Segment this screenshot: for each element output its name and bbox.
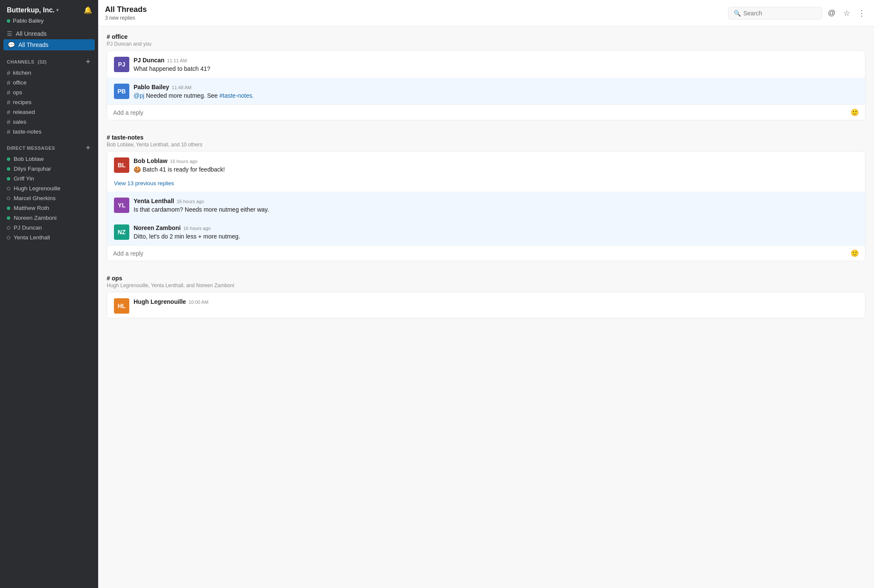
thread-group-office: # office PJ Duncan and you PJ PJ Duncan … <box>98 26 874 127</box>
reply-input-row: 🙂 <box>107 245 865 261</box>
reply-input-row: 🙂 <box>107 105 865 120</box>
page-subtitle: 3 new replies <box>105 15 147 21</box>
channel-item-kitchen[interactable]: # kitchen <box>0 68 98 78</box>
reply-input[interactable] <box>113 250 851 257</box>
message-time: 16 hours ago <box>170 159 197 164</box>
message-time: 16 hours ago <box>177 199 204 204</box>
channel-hash-icon: # <box>7 108 10 116</box>
message-text: Is that cardamom? Needs more nutmeg eith… <box>134 205 858 214</box>
bell-icon[interactable]: 🔔 <box>84 6 92 14</box>
emoji-button[interactable]: 🙂 <box>851 108 859 116</box>
search-input[interactable] <box>743 10 816 17</box>
channel-item-ops[interactable]: # ops <box>0 87 98 97</box>
channel-hash-icon: # <box>7 128 10 135</box>
thread-message-highlighted: NZ Noreen Zamboni 16 hours ago Ditto, le… <box>107 218 865 245</box>
channels-section-label: CHANNELS (32) ＋ <box>0 50 98 68</box>
dm-name: Dilys Farquhar <box>14 166 51 172</box>
dm-item-marcel-gherkins[interactable]: Marcel Gherkins <box>0 193 98 203</box>
message-author: Hugh Legrenouille <box>134 298 186 305</box>
dm-name: Matthew Roth <box>14 205 49 211</box>
dm-item-pj-duncan[interactable]: PJ Duncan <box>0 223 98 233</box>
dm-item-dilys-farquhar[interactable]: Dilys Farquhar <box>0 164 98 174</box>
message-text: @pj Needed more nutmeg. See #taste-notes… <box>134 91 858 100</box>
dm-item-griff-yin[interactable]: Griff Yin <box>0 174 98 183</box>
channels-label: CHANNELS (32) <box>7 59 47 64</box>
message-time: 11:48 AM <box>172 85 191 90</box>
dm-item-matthew-roth[interactable]: Matthew Roth <box>0 203 98 213</box>
channel-item-office[interactable]: # office <box>0 78 98 87</box>
reply-input[interactable] <box>113 109 851 116</box>
dm-item-bob-loblaw[interactable]: Bob Loblaw <box>0 154 98 164</box>
user-status: Pablo Bailey <box>0 17 98 28</box>
message-header: Bob Loblaw 16 hours ago <box>134 157 858 164</box>
thread-message-highlighted: PB Pablo Bailey 11:48 AM @pj Needed more… <box>107 78 865 105</box>
avatar: NZ <box>114 224 129 240</box>
message-author: Noreen Zamboni <box>134 224 181 231</box>
dm-name: Hugh Legrenouille <box>14 185 61 192</box>
message-header: Noreen Zamboni 16 hours ago <box>134 224 858 231</box>
dm-name: PJ Duncan <box>14 224 42 231</box>
title-area: All Threads 3 new replies <box>105 5 147 21</box>
message-header: Yenta Lenthall 16 hours ago <box>134 198 858 204</box>
thread-message: PJ PJ Duncan 11:11 AM What happened to b… <box>107 51 865 78</box>
thread-channel-name: # taste-notes <box>107 134 865 141</box>
offline-indicator <box>7 187 10 190</box>
view-previous-replies-button[interactable]: View 13 previous replies <box>107 178 181 192</box>
message-body: Yenta Lenthall 16 hours ago Is that card… <box>134 198 858 214</box>
message-time: 11:11 AM <box>167 58 186 63</box>
message-body: Pablo Bailey 11:48 AM @pj Needed more nu… <box>134 84 858 100</box>
channel-link[interactable]: #taste-notes. <box>219 92 254 99</box>
channel-item-taste-notes[interactable]: # taste-notes <box>0 127 98 137</box>
channel-hash-icon: # <box>7 118 10 125</box>
thread-card-taste-notes: BL Bob Loblaw 16 hours ago 🍪 Batch 41 is… <box>107 151 865 261</box>
message-author: Bob Loblaw <box>134 157 167 164</box>
all-threads-label: All Threads <box>18 41 49 48</box>
channel-item-released[interactable]: # released <box>0 107 98 117</box>
thread-participants: PJ Duncan and you <box>107 41 865 47</box>
message-time: 10:00 AM <box>189 300 208 305</box>
dm-name: Marcel Gherkins <box>14 195 55 201</box>
dm-label: DIRECT MESSAGES <box>7 146 55 151</box>
thread-card-ops: HL Hugh Legrenouille 10:00 AM <box>107 292 865 318</box>
dm-item-yenta-lenthall[interactable]: Yenta Lenthall <box>0 233 98 242</box>
channel-item-sales[interactable]: # sales <box>0 117 98 127</box>
message-header: Pablo Bailey 11:48 AM <box>134 84 858 90</box>
all-threads-item[interactable]: 💬 All Threads <box>3 39 95 50</box>
sidebar-header: Butterkup, Inc. ▾ 🔔 <box>0 0 98 17</box>
emoji-button[interactable]: 🙂 <box>851 249 859 257</box>
star-icon-button[interactable]: ☆ <box>842 7 852 20</box>
message-text: Ditto, let's do 2 min less + more nutmeg… <box>134 232 858 241</box>
workspace-name[interactable]: Butterkup, Inc. ▾ <box>7 6 58 14</box>
online-indicator <box>7 157 10 161</box>
thread-card-office: PJ PJ Duncan 11:11 AM What happened to b… <box>107 50 865 120</box>
channel-name: kitchen <box>13 70 31 76</box>
all-unreads-label: All Unreads <box>16 30 47 37</box>
channel-item-recipes[interactable]: # recipes <box>0 97 98 107</box>
message-text: What happened to batch 41? <box>134 64 858 73</box>
offline-indicator <box>7 226 10 230</box>
message-header: PJ Duncan 11:11 AM <box>134 57 858 64</box>
message-author: Yenta Lenthall <box>134 198 174 204</box>
dm-name: Griff Yin <box>14 175 34 182</box>
workspace-caret-icon: ▾ <box>56 8 58 12</box>
user-name: Pablo Bailey <box>13 17 44 24</box>
channel-name: taste-notes <box>13 128 41 135</box>
main-panel: All Threads 3 new replies 🔍 @ ☆ ⋮ # offi… <box>98 0 874 588</box>
message-author: Pablo Bailey <box>134 84 169 90</box>
more-options-button[interactable]: ⋮ <box>856 7 867 20</box>
search-box[interactable]: 🔍 <box>728 7 822 20</box>
dm-item-noreen-zamboni[interactable]: Noreen Zamboni <box>0 213 98 223</box>
all-unreads-item[interactable]: ☰ All Unreads <box>0 28 98 39</box>
thread-message: HL Hugh Legrenouille 10:00 AM <box>107 292 865 318</box>
channel-name: recipes <box>13 99 32 105</box>
message-body: Hugh Legrenouille 10:00 AM <box>134 298 858 306</box>
at-icon-button[interactable]: @ <box>826 7 837 19</box>
dm-name: Noreen Zamboni <box>14 215 57 221</box>
add-channel-icon[interactable]: ＋ <box>84 57 91 66</box>
threads-content: # office PJ Duncan and you PJ PJ Duncan … <box>98 26 874 588</box>
header-actions: 🔍 @ ☆ ⋮ <box>728 7 867 20</box>
dm-item-hugh-legrenouille[interactable]: Hugh Legrenouille <box>0 183 98 193</box>
channel-name: office <box>13 79 26 86</box>
add-dm-icon[interactable]: ＋ <box>84 143 91 152</box>
avatar: PJ <box>114 57 129 72</box>
